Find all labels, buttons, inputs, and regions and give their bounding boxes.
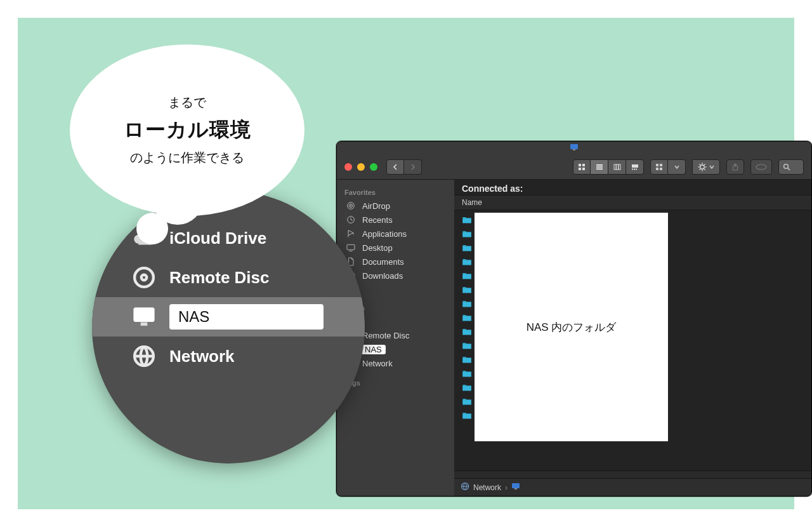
view-icon-button[interactable] (573, 159, 591, 175)
network-icon (461, 482, 469, 493)
window-controls (344, 163, 377, 171)
bubble-line3: のように作業できる (130, 149, 244, 166)
folder-icon (462, 355, 472, 364)
finder-window: Favorites AirDropRecentsApplicationsDesk… (336, 141, 812, 497)
svg-rect-50 (462, 232, 471, 237)
airdrop-icon (346, 201, 356, 211)
path-bar: Network › (454, 478, 811, 496)
sidebar-item-label: Network (361, 359, 394, 368)
zoom-inset: iCloud DriveRemote DiscNASNetwork gs (92, 190, 365, 464)
forward-button[interactable] (404, 159, 422, 175)
svg-line-28 (704, 164, 705, 164)
svg-rect-8 (596, 168, 603, 170)
svg-rect-15 (636, 168, 637, 170)
folder-icon (462, 285, 472, 294)
path-server-icon[interactable] (511, 483, 520, 492)
svg-rect-17 (660, 164, 662, 166)
sidebar-item-label: Documents (361, 257, 405, 267)
svg-rect-66 (514, 488, 517, 490)
svg-rect-7 (596, 166, 603, 168)
folder-icon (462, 313, 472, 322)
svg-rect-10 (616, 164, 618, 170)
svg-point-31 (784, 164, 789, 168)
zoom-item-label: NAS (169, 304, 324, 330)
nav-buttons (386, 159, 422, 175)
svg-line-32 (788, 168, 790, 170)
view-column-button[interactable] (608, 159, 626, 175)
zoom-item-remote-disc[interactable]: Remote Disc (92, 258, 365, 297)
zoom-button[interactable] (370, 163, 377, 171)
column-header-name[interactable]: Name (454, 195, 811, 210)
svg-rect-4 (579, 168, 581, 170)
share-button[interactable] (726, 159, 744, 175)
svg-rect-49 (462, 218, 471, 223)
chevron-right-icon: › (505, 483, 508, 492)
svg-rect-70 (141, 323, 148, 326)
titlebar (337, 142, 811, 154)
minimize-button[interactable] (357, 163, 365, 171)
svg-point-30 (756, 164, 766, 170)
arrange-button[interactable] (650, 159, 668, 175)
folder-icon (462, 411, 472, 420)
zoom-item-label: Remote Disc (169, 268, 270, 288)
disc-icon (130, 264, 158, 291)
svg-rect-52 (462, 260, 471, 265)
svg-rect-16 (656, 164, 658, 166)
close-button[interactable] (344, 163, 352, 171)
folder-icon (462, 271, 472, 280)
sidebar-item-applications[interactable]: Applications (337, 227, 454, 241)
svg-line-25 (699, 164, 700, 164)
sidebar-item-label: NAS (361, 345, 386, 354)
file-list[interactable]: NAS 内のフォルダ (454, 210, 811, 478)
folder-icon (462, 299, 472, 308)
folder-icon (462, 257, 472, 266)
svg-rect-63 (462, 414, 471, 418)
sidebar-item-label: Recents (361, 215, 394, 225)
monitor-icon (130, 303, 158, 331)
svg-rect-14 (634, 168, 635, 170)
svg-rect-9 (614, 164, 616, 170)
sidebar-item-airdrop[interactable]: AirDrop (337, 199, 454, 213)
action-menu (692, 159, 720, 175)
folder-icon (462, 383, 472, 392)
apps-icon (346, 229, 356, 239)
title-server-icon (570, 142, 579, 154)
svg-rect-12 (632, 164, 638, 168)
view-gallery-button[interactable] (626, 159, 644, 175)
sidebar-item-recents[interactable]: Recents (337, 213, 454, 227)
overlay-note: NAS 内のフォルダ (475, 213, 668, 441)
svg-rect-5 (582, 168, 585, 170)
folder-icon (462, 229, 472, 238)
sidebar-item-label: Desktop (361, 243, 394, 253)
horizontal-scrollbar[interactable] (454, 470, 811, 478)
zoom-item-network[interactable]: Network (92, 337, 365, 376)
path-network[interactable]: Network (473, 483, 501, 492)
svg-rect-61 (462, 386, 471, 390)
sidebar-item-documents[interactable]: Documents (337, 255, 454, 269)
svg-rect-57 (462, 330, 471, 335)
folder-icon (462, 341, 472, 350)
bubble-line1: まるで (168, 94, 206, 111)
svg-rect-69 (134, 308, 154, 321)
svg-point-68 (141, 275, 147, 280)
zoom-item-label: iCloud Drive (169, 229, 266, 248)
bubble-line2: ローカル環境 (124, 116, 251, 144)
view-list-button[interactable] (591, 159, 608, 175)
sidebar-item-label: AirDrop (361, 201, 391, 211)
content-area: Connected as: Name NAS 内のフォルダ Network › (454, 180, 811, 496)
action-button[interactable] (692, 159, 720, 175)
arrange-menu-button[interactable] (668, 159, 686, 175)
tags-button[interactable] (750, 159, 772, 175)
folder-icon (462, 369, 472, 378)
clock-icon (346, 215, 356, 225)
sidebar-item-desktop[interactable]: Desktop (337, 241, 454, 255)
svg-line-26 (704, 169, 705, 170)
svg-rect-13 (632, 168, 633, 170)
zoom-item-nas[interactable]: NAS (92, 297, 365, 337)
desktop-icon (346, 243, 356, 253)
svg-rect-65 (512, 483, 520, 488)
svg-point-67 (134, 268, 154, 287)
back-button[interactable] (386, 159, 404, 175)
zoom-item-label: Network (169, 347, 235, 366)
search-button[interactable] (778, 159, 804, 175)
